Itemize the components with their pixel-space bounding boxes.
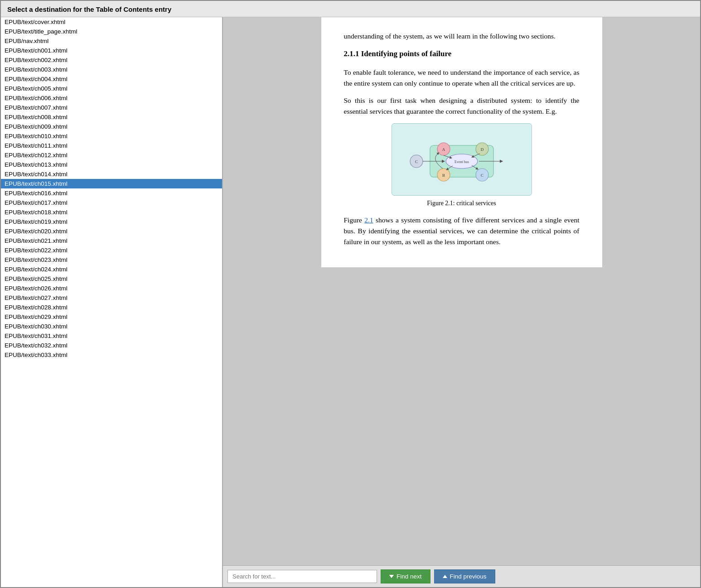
- list-item[interactable]: EPUB/text/ch021.xhtml: [1, 236, 222, 246]
- list-item[interactable]: EPUB/text/ch019.xhtml: [1, 217, 222, 227]
- diagram-svg: Event bus A D B C: [403, 132, 521, 191]
- dialog-title: Select a destination for the Table of Co…: [1, 1, 700, 17]
- paragraph-fig-after: shows a system consisting of five differ…: [344, 216, 580, 246]
- list-item[interactable]: EPUB/text/ch030.xhtml: [1, 322, 222, 331]
- list-item[interactable]: EPUB/text/ch032.xhtml: [1, 341, 222, 350]
- list-item[interactable]: EPUB/text/ch011.xhtml: [1, 141, 222, 150]
- dialog-body: EPUB/text/cover.xhtmlEPUB/text/title_pag…: [1, 17, 700, 587]
- list-item[interactable]: EPUB/text/ch006.xhtml: [1, 93, 222, 103]
- left-panel: EPUB/text/cover.xhtmlEPUB/text/title_pag…: [1, 17, 223, 587]
- paragraph-fig-before: Figure: [344, 216, 365, 224]
- list-item[interactable]: EPUB/text/cover.xhtml: [1, 17, 222, 27]
- list-item[interactable]: EPUB/text/ch020.xhtml: [1, 227, 222, 236]
- svg-text:C: C: [480, 173, 483, 178]
- figure-link[interactable]: 2.1: [364, 216, 373, 224]
- paragraph-intro: understanding of the system, as we will …: [344, 31, 580, 42]
- paragraph-first-task: So this is our first task when designing…: [344, 95, 580, 117]
- list-item[interactable]: EPUB/text/ch013.xhtml: [1, 160, 222, 169]
- list-item[interactable]: EPUB/nav.xhtml: [1, 36, 222, 46]
- list-item[interactable]: EPUB/text/ch016.xhtml: [1, 188, 222, 198]
- list-item[interactable]: EPUB/text/ch014.xhtml: [1, 169, 222, 179]
- list-item[interactable]: EPUB/text/ch023.xhtml: [1, 255, 222, 265]
- list-item[interactable]: EPUB/text/ch027.xhtml: [1, 293, 222, 303]
- find-next-label: Find next: [396, 573, 422, 580]
- list-item[interactable]: EPUB/text/ch031.xhtml: [1, 331, 222, 341]
- find-previous-button[interactable]: Find previous: [434, 569, 495, 583]
- list-item[interactable]: EPUB/text/ch012.xhtml: [1, 150, 222, 160]
- arrow-up-icon: [443, 575, 447, 578]
- svg-text:Event bus: Event bus: [454, 160, 469, 164]
- svg-text:D: D: [480, 147, 483, 152]
- right-panel: understanding of the system, as we will …: [223, 17, 700, 587]
- list-item[interactable]: EPUB/text/ch005.xhtml: [1, 84, 222, 93]
- list-item[interactable]: EPUB/text/ch028.xhtml: [1, 303, 222, 312]
- list-item[interactable]: EPUB/text/ch010.xhtml: [1, 131, 222, 141]
- list-item[interactable]: EPUB/text/title_page.xhtml: [1, 27, 222, 36]
- list-item[interactable]: EPUB/text/ch025.xhtml: [1, 274, 222, 284]
- list-item[interactable]: EPUB/text/ch003.xhtml: [1, 65, 222, 74]
- list-item[interactable]: EPUB/text/ch004.xhtml: [1, 74, 222, 84]
- list-item[interactable]: EPUB/text/ch008.xhtml: [1, 112, 222, 122]
- list-item[interactable]: EPUB/text/ch022.xhtml: [1, 246, 222, 255]
- list-item[interactable]: EPUB/text/ch001.xhtml: [1, 46, 222, 55]
- section-heading: 2.1.1 Identifying points of failure: [344, 48, 580, 60]
- dialog: Select a destination for the Table of Co…: [0, 0, 701, 588]
- list-item[interactable]: EPUB/text/ch007.xhtml: [1, 103, 222, 112]
- book-page: understanding of the system, as we will …: [321, 17, 602, 267]
- paragraph-figure-desc: Figure 2.1 shows a system consisting of …: [344, 215, 580, 247]
- list-item[interactable]: EPUB/text/ch018.xhtml: [1, 207, 222, 217]
- arrow-down-icon: [389, 575, 394, 578]
- svg-text:A: A: [442, 147, 445, 152]
- list-item[interactable]: EPUB/text/ch002.xhtml: [1, 55, 222, 65]
- list-item[interactable]: EPUB/text/ch015.xhtml: [1, 179, 222, 188]
- list-item[interactable]: EPUB/text/ch029.xhtml: [1, 312, 222, 322]
- content-scroll[interactable]: understanding of the system, as we will …: [223, 17, 700, 565]
- list-item[interactable]: EPUB/text/ch017.xhtml: [1, 198, 222, 207]
- figure-box: Event bus A D B C: [392, 123, 532, 196]
- list-item[interactable]: EPUB/text/ch033.xhtml: [1, 350, 222, 360]
- find-next-button[interactable]: Find next: [381, 569, 430, 583]
- svg-text:B: B: [442, 173, 445, 178]
- list-item[interactable]: EPUB/text/ch024.xhtml: [1, 265, 222, 274]
- svg-text:C: C: [415, 159, 417, 164]
- search-input[interactable]: [227, 570, 377, 583]
- file-list[interactable]: EPUB/text/cover.xhtmlEPUB/text/title_pag…: [1, 17, 222, 587]
- bottom-bar: Find next Find previous: [223, 565, 700, 587]
- list-item[interactable]: EPUB/text/ch026.xhtml: [1, 284, 222, 293]
- figure-caption: Figure 2.1: critical services: [344, 198, 580, 208]
- list-item[interactable]: EPUB/text/ch009.xhtml: [1, 122, 222, 131]
- paragraph-fault-tolerance: To enable fault tolerance, we need to un…: [344, 67, 580, 89]
- find-previous-label: Find previous: [450, 573, 487, 580]
